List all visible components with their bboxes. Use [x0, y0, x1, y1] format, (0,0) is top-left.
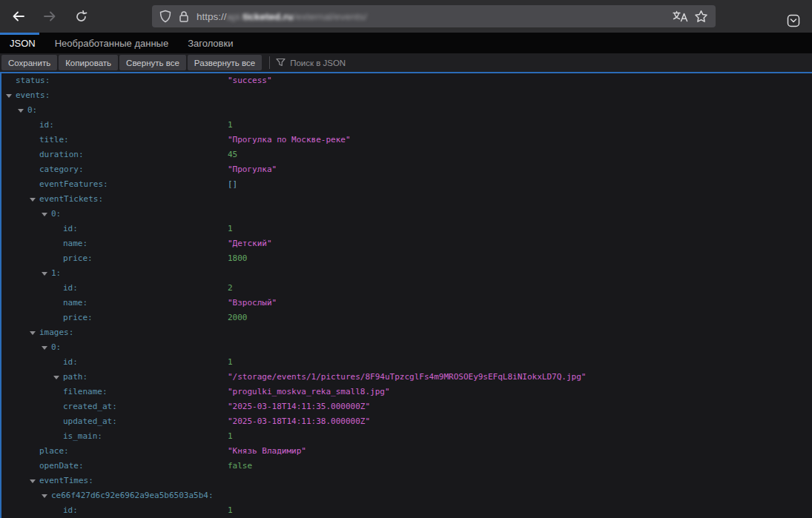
json-value: 1800: [228, 251, 248, 266]
twisty-icon[interactable]: [42, 346, 47, 350]
json-row[interactable]: status:"success": [1, 73, 812, 88]
json-key: images:: [39, 325, 73, 340]
json-row[interactable]: id:1: [1, 503, 812, 518]
json-value: "2025-03-18T14:11:38.000000Z": [228, 414, 370, 429]
json-key: eventFeatures:: [39, 177, 108, 192]
copy-button[interactable]: Копировать: [59, 55, 118, 70]
json-row[interactable]: id:2: [1, 281, 812, 296]
json-key: is_main:: [63, 429, 102, 444]
json-key: eventTickets:: [39, 192, 103, 207]
twisty-icon[interactable]: [42, 494, 47, 498]
json-search-input[interactable]: Поиск в JSON: [276, 58, 346, 68]
twisty-icon[interactable]: [30, 331, 36, 335]
json-value: false: [228, 459, 252, 474]
back-icon: [12, 10, 25, 22]
twisty-icon[interactable]: [42, 272, 47, 276]
tab-headers-label: Заголовки: [188, 38, 233, 49]
json-row[interactable]: category:"Прогулка": [1, 162, 812, 177]
twisty-icon[interactable]: [30, 198, 36, 202]
json-key: 0:: [51, 340, 61, 355]
twisty-icon[interactable]: [6, 94, 12, 98]
json-row[interactable]: path:"/storage/events/1/pictures/8F94uTp…: [1, 370, 812, 385]
json-row[interactable]: eventFeatures:[]: [1, 177, 812, 192]
json-key: ce66f427d6c92e6962a9ea5b6503a5b4:: [51, 488, 214, 503]
twisty-icon[interactable]: [53, 376, 59, 379]
json-key: title:: [39, 133, 69, 147]
collapse-all-button[interactable]: Свернуть все: [119, 55, 186, 70]
json-row[interactable]: 0:: [1, 340, 812, 355]
json-value: 1: [228, 355, 233, 370]
save-button[interactable]: Сохранить: [1, 55, 57, 70]
twisty-icon[interactable]: [30, 479, 36, 483]
translate-icon[interactable]: [672, 10, 688, 23]
reload-icon: [75, 10, 88, 23]
forward-icon: [43, 10, 56, 22]
json-key: price:: [63, 251, 93, 266]
url-text: https://api.ticketed.ru/external/events/: [197, 11, 367, 22]
json-row[interactable]: price:2000: [1, 311, 812, 325]
tab-raw-data-label: Необработанные данные: [55, 38, 168, 49]
lock-icon[interactable]: [179, 10, 189, 23]
json-value: 45: [228, 147, 237, 162]
json-row[interactable]: is_main:1: [1, 429, 812, 444]
json-rows: status:"success"events:0:id:1title:"Прог…: [1, 73, 812, 518]
json-search-placeholder: Поиск в JSON: [290, 59, 346, 67]
shield-icon[interactable]: [159, 10, 171, 23]
json-row[interactable]: price:1800: [1, 251, 812, 266]
json-row[interactable]: duration:45: [1, 147, 812, 162]
json-row[interactable]: created_at:"2025-03-18T14:11:35.000000Z": [1, 399, 812, 414]
json-value: 2: [228, 281, 233, 296]
tab-headers[interactable]: Заголовки: [178, 33, 242, 53]
json-row[interactable]: filename:"progulki_moskva_reka_small8.jp…: [1, 385, 812, 399]
json-row[interactable]: events:: [1, 88, 812, 103]
toolbar-divider: [269, 56, 270, 69]
expand-all-button[interactable]: Развернуть все: [188, 55, 262, 70]
json-key: 0:: [51, 207, 61, 222]
json-key: eventTimes:: [39, 474, 93, 488]
json-row[interactable]: images:: [1, 325, 812, 340]
json-viewer-tabstrip: JSON Необработанные данные Заголовки: [0, 33, 812, 53]
forward-button[interactable]: [37, 4, 62, 29]
json-value: "Прогулка по Москве-реке": [228, 133, 351, 147]
back-button[interactable]: [6, 4, 31, 29]
json-row[interactable]: updated_at:"2025-03-18T14:11:38.000000Z": [1, 414, 812, 429]
json-row[interactable]: id:1: [1, 222, 812, 236]
json-viewer: status:"success"events:0:id:1title:"Прог…: [0, 72, 812, 518]
json-key: status:: [16, 73, 50, 88]
json-key: 0:: [27, 103, 37, 118]
json-key: name:: [63, 236, 88, 251]
json-row[interactable]: id:1: [1, 355, 812, 370]
json-toolbar: Сохранить Копировать Свернуть все Развер…: [0, 53, 812, 72]
json-row[interactable]: 0:: [1, 207, 812, 222]
json-value: 1: [228, 118, 233, 133]
json-key: category:: [39, 162, 84, 177]
json-key: price:: [63, 311, 93, 325]
json-key: duration:: [39, 147, 84, 162]
json-row[interactable]: place:"Князь Владимир": [1, 444, 812, 459]
twisty-icon[interactable]: [42, 213, 47, 216]
json-row[interactable]: 0:: [1, 103, 812, 118]
url-bar[interactable]: https://api.ticketed.ru/external/events/: [152, 5, 716, 27]
json-row[interactable]: name:"Детский": [1, 236, 812, 251]
json-row[interactable]: openDate:false: [1, 459, 812, 474]
json-row[interactable]: title:"Прогулка по Москве-реке": [1, 133, 812, 147]
json-row[interactable]: eventTimes:: [1, 474, 812, 488]
browser-toolbar: https://api.ticketed.ru/external/events/: [0, 0, 812, 33]
tab-raw-data[interactable]: Необработанные данные: [45, 33, 178, 53]
json-key: id:: [63, 222, 78, 236]
json-value: "/storage/events/1/pictures/8F94uTpzcglF…: [228, 370, 586, 385]
json-key: created_at:: [63, 399, 117, 414]
browser-window: https://api.ticketed.ru/external/events/…: [0, 0, 812, 518]
json-row[interactable]: name:"Взрослый": [1, 296, 812, 311]
json-key: id:: [63, 355, 78, 370]
json-row[interactable]: eventTickets:: [1, 192, 812, 207]
twisty-icon[interactable]: [18, 109, 24, 113]
bookmark-star-icon[interactable]: [694, 10, 708, 23]
reload-button[interactable]: [68, 4, 93, 29]
pocket-button[interactable]: [781, 8, 806, 33]
tab-json[interactable]: JSON: [0, 33, 45, 53]
tab-json-label: JSON: [10, 38, 36, 49]
json-row[interactable]: id:1: [1, 118, 812, 133]
json-row[interactable]: 1:: [1, 266, 812, 281]
json-row[interactable]: ce66f427d6c92e6962a9ea5b6503a5b4:: [1, 488, 812, 503]
